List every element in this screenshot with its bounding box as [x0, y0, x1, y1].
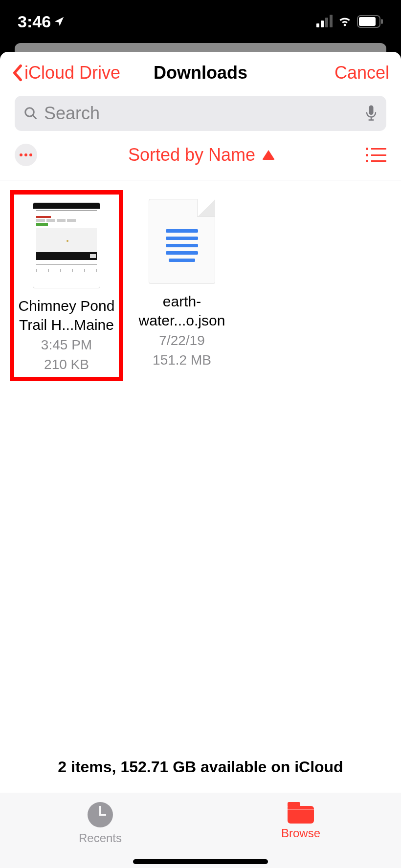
sort-label: Sorted by Name — [128, 145, 255, 165]
file-size: 151.2 MB — [128, 351, 236, 369]
file-item-earth-water[interactable]: earth-water...o.json 7/22/19 151.2 MB — [125, 190, 239, 372]
sort-ascending-icon — [262, 150, 275, 160]
svg-rect-1 — [359, 17, 376, 26]
sort-row: Sorted by Name — [0, 140, 401, 180]
storage-summary: 2 items, 152.71 GB available on iCloud — [0, 745, 401, 793]
svg-rect-2 — [381, 19, 383, 24]
location-icon — [54, 16, 65, 27]
tab-label: Browse — [281, 826, 320, 840]
background-card — [15, 43, 386, 52]
tab-recents[interactable]: Recents — [0, 793, 200, 868]
time-text: 3:46 — [18, 12, 51, 31]
battery-icon — [357, 15, 383, 28]
document-icon — [149, 199, 215, 284]
file-size: 210 KB — [17, 356, 116, 373]
tab-browse[interactable]: Browse — [200, 793, 401, 868]
file-item-chimney-pond[interactable]: Chimney Pond Trail H...Maine 3:45 PM 210… — [10, 190, 123, 381]
page-title: Downloads — [154, 63, 247, 83]
status-right — [316, 15, 383, 28]
file-date: 3:45 PM — [17, 336, 116, 354]
status-time: 3:46 — [18, 12, 65, 31]
folder-icon — [288, 802, 314, 823]
svg-point-3 — [25, 108, 34, 117]
tab-bar: Recents Browse — [0, 793, 401, 868]
nav-bar: iCloud Drive Downloads Cancel — [0, 52, 401, 92]
file-name: earth-water...o.json — [128, 292, 236, 330]
sort-button[interactable]: Sorted by Name — [128, 145, 275, 165]
chevron-left-icon — [12, 64, 22, 82]
back-button[interactable]: iCloud Drive — [12, 63, 120, 83]
wifi-icon — [337, 16, 352, 27]
home-indicator[interactable] — [133, 859, 268, 864]
back-label: iCloud Drive — [24, 63, 120, 83]
file-date: 7/22/19 — [128, 332, 236, 349]
sheet: iCloud Drive Downloads Cancel Search Sor… — [0, 52, 401, 868]
cancel-button[interactable]: Cancel — [334, 63, 389, 83]
svg-line-4 — [33, 115, 37, 119]
list-view-button[interactable] — [366, 148, 386, 162]
tab-label: Recents — [79, 831, 122, 845]
status-bar: 3:46 — [0, 0, 401, 43]
svg-rect-5 — [369, 106, 374, 115]
signal-icon — [316, 16, 333, 27]
clock-icon — [88, 802, 113, 827]
microphone-icon[interactable] — [365, 105, 378, 122]
file-thumbnail — [33, 202, 100, 288]
search-placeholder: Search — [44, 103, 359, 124]
file-name: Chimney Pond Trail H...Maine — [17, 296, 116, 334]
search-bar[interactable]: Search — [15, 96, 386, 131]
search-icon — [23, 106, 38, 121]
more-button[interactable] — [15, 144, 37, 166]
file-grid: Chimney Pond Trail H...Maine 3:45 PM 210… — [0, 180, 401, 745]
